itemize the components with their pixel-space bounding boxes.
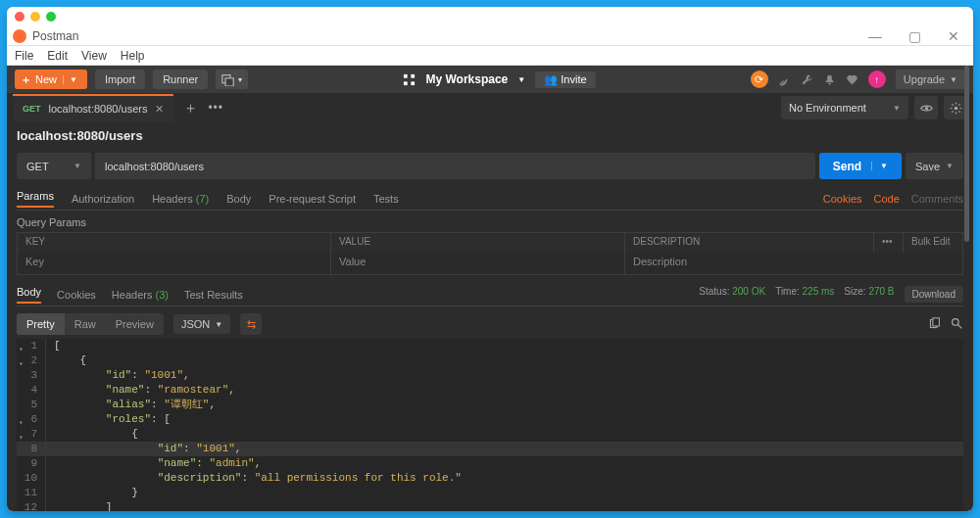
bell-icon[interactable] (823, 73, 836, 86)
wrench-icon[interactable] (801, 73, 813, 86)
tab-prerequest[interactable]: Pre-request Script (269, 193, 356, 205)
request-tab-label: localhost:8080/users (49, 103, 148, 115)
method-selector[interactable]: GET▼ (17, 153, 91, 179)
menu-view[interactable]: View (81, 49, 107, 63)
satellite-icon[interactable] (778, 73, 791, 86)
workspace-grid-icon (403, 73, 416, 86)
workspace-label[interactable]: My Workspace (425, 72, 508, 86)
menu-help[interactable]: Help (121, 49, 145, 63)
value-input[interactable]: Value (331, 253, 625, 274)
gear-icon (950, 102, 962, 115)
res-tab-body[interactable]: Body (17, 286, 41, 304)
format-selector[interactable]: JSON▼ (173, 314, 230, 334)
svg-rect-3 (412, 73, 416, 77)
eye-icon (920, 102, 933, 115)
save-button[interactable]: Save▼ (906, 153, 963, 179)
time-label: Time: 225 ms (775, 286, 834, 303)
copy-icon[interactable] (928, 317, 941, 332)
response-body[interactable]: 1▾[ 2▾ { 3 "id": "1001", 4 "name": "ramo… (17, 339, 963, 511)
query-params-table: KEY VALUE DESCRIPTION ••• Bulk Edit Key … (17, 232, 963, 275)
sync-icon[interactable]: ⟳ (751, 71, 768, 88)
plus-icon: ＋ (21, 72, 31, 87)
code-link[interactable]: Code (874, 193, 900, 205)
tab-overflow-button[interactable]: ••• (208, 101, 223, 115)
maximize-window-dot[interactable] (46, 12, 56, 22)
tab-tests[interactable]: Tests (373, 193, 399, 205)
download-button[interactable]: Download (905, 286, 963, 303)
menu-file[interactable]: File (15, 49, 33, 63)
toolbar: ＋ New ▼ Import Runner ▾ My Workspace ▼ 👥… (7, 66, 973, 93)
new-button[interactable]: ＋ New ▼ (15, 70, 87, 89)
view-raw[interactable]: Raw (65, 313, 106, 335)
close-tab-icon[interactable]: ✕ (155, 103, 164, 116)
win-close-button[interactable]: ✕ (934, 28, 973, 44)
svg-rect-4 (404, 81, 408, 85)
chevron-down-icon[interactable]: ▼ (517, 75, 525, 84)
svg-rect-1 (225, 77, 233, 85)
svg-rect-9 (933, 317, 940, 325)
svg-point-6 (924, 106, 927, 109)
upgrade-button[interactable]: Upgrade▼ (896, 70, 965, 89)
size-label: Size: 270 B (844, 286, 894, 303)
window-title-row: Postman — ▢ ✕ (7, 26, 973, 46)
send-button[interactable]: Send▼ (819, 153, 902, 179)
view-preview[interactable]: Preview (106, 313, 164, 335)
win-minimize-button[interactable]: — (856, 28, 895, 44)
col-description: DESCRIPTION (625, 233, 874, 253)
user-plus-icon: 👥 (544, 73, 558, 85)
request-subtabs: Params Authorization Headers (7) Body Pr… (17, 187, 963, 211)
search-icon[interactable] (951, 317, 963, 332)
svg-point-7 (954, 106, 957, 110)
view-pretty[interactable]: Pretty (17, 313, 65, 335)
col-more-icon[interactable]: ••• (874, 233, 904, 253)
cookies-link[interactable]: Cookies (823, 193, 862, 205)
chevron-down-icon[interactable]: ▼ (63, 75, 77, 84)
wrap-lines-button[interactable]: ⇆ (240, 313, 262, 335)
method-badge: GET (23, 104, 41, 114)
request-tabstrip: GET localhost:8080/users ✕ ＋ ••• No Envi… (7, 93, 973, 122)
request-tab[interactable]: GET localhost:8080/users ✕ (13, 94, 173, 121)
request-title: localhost:8080/users (17, 128, 963, 143)
res-tab-tests[interactable]: Test Results (184, 289, 243, 301)
tab-headers[interactable]: Headers (7) (152, 193, 209, 205)
response-view-toolbar: Pretty Raw Preview JSON▼ ⇆ (17, 313, 963, 335)
bulk-edit-link[interactable]: Bulk Edit (904, 233, 962, 253)
postman-icon (13, 29, 26, 43)
window-title: Postman (32, 29, 78, 43)
import-button[interactable]: Import (95, 70, 145, 89)
tab-params[interactable]: Params (17, 190, 54, 208)
svg-rect-2 (404, 73, 408, 77)
url-input[interactable]: localhost:8080/users (95, 153, 815, 179)
status-label: Status: 200 OK (699, 286, 765, 303)
res-tab-cookies[interactable]: Cookies (57, 289, 96, 301)
col-value: VALUE (331, 233, 625, 253)
win-maximize-button[interactable]: ▢ (895, 28, 934, 44)
description-input[interactable]: Description (625, 253, 962, 274)
titlebar (7, 7, 973, 26)
new-tab-button[interactable]: ＋ (183, 99, 198, 118)
environment-quicklook-button[interactable] (914, 96, 938, 119)
key-input[interactable]: Key (18, 253, 331, 274)
tab-body[interactable]: Body (226, 193, 251, 205)
scrollbar[interactable] (964, 66, 969, 511)
svg-line-11 (957, 324, 961, 328)
svg-point-10 (953, 318, 959, 325)
response-subtabs: Body Cookies Headers (3) Test Results St… (17, 283, 963, 306)
heart-icon[interactable] (846, 73, 858, 86)
runner-button[interactable]: Runner (153, 70, 208, 89)
comments-link[interactable]: Comments (911, 193, 963, 205)
menu-bar: File Edit View Help (7, 46, 973, 66)
minimize-window-dot[interactable] (30, 12, 40, 22)
avatar[interactable]: ↑ (868, 71, 886, 88)
query-params-label: Query Params (17, 216, 963, 228)
res-tab-headers[interactable]: Headers (3) (112, 289, 169, 301)
close-window-dot[interactable] (15, 12, 24, 22)
tab-authorization[interactable]: Authorization (72, 193, 134, 205)
menu-edit[interactable]: Edit (47, 49, 68, 63)
invite-button[interactable]: 👥 Invite (535, 71, 595, 88)
svg-rect-5 (412, 81, 416, 85)
open-new-window-button[interactable]: ▾ (216, 70, 248, 89)
col-key: KEY (18, 233, 331, 253)
environment-selector[interactable]: No Environment▼ (781, 96, 908, 119)
window-icon (221, 73, 234, 86)
